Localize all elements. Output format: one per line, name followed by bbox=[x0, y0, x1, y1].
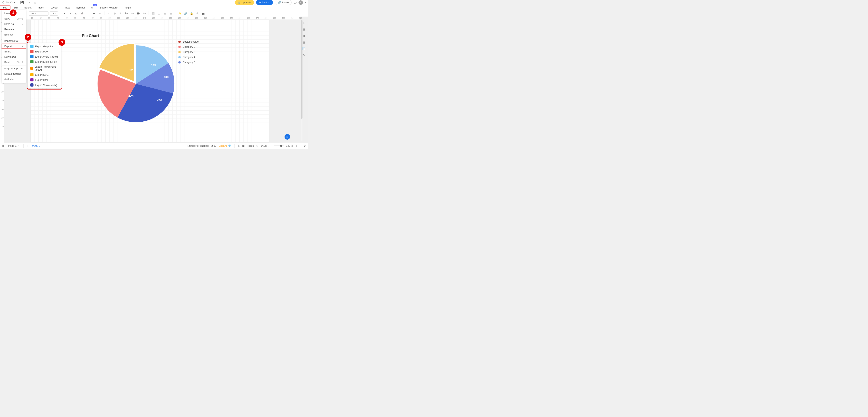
pie-chart[interactable]: Pie Chart 16% bbox=[82, 33, 231, 136]
export-menu-item[interactable]: Export SVG bbox=[28, 72, 61, 77]
file-menu-item[interactable]: Default Setting bbox=[2, 71, 26, 77]
text-vertical-button[interactable]: T bbox=[86, 11, 90, 16]
pages-icon[interactable]: ▦ bbox=[2, 144, 4, 147]
filetype-icon bbox=[30, 45, 33, 48]
zoom-slider[interactable]: − bbox=[271, 144, 284, 147]
share-icon: 🔗 bbox=[278, 1, 281, 4]
avatar-dropdown-icon[interactable]: ▾ bbox=[305, 1, 306, 4]
menu-search-feature[interactable]: Search Feature bbox=[97, 5, 121, 10]
doc-title: Pie Chart bbox=[6, 1, 17, 4]
export-menu-item[interactable]: Export PDF bbox=[28, 49, 61, 54]
link-button[interactable]: 🔗 bbox=[183, 11, 188, 16]
layers-icon[interactable]: ▦ bbox=[303, 28, 305, 31]
focus-icon[interactable]: ▣ bbox=[242, 144, 245, 147]
line-weight-button[interactable]: ☰▾ bbox=[136, 11, 141, 16]
file-menu-item[interactable]: Share bbox=[2, 49, 26, 54]
line-spacing-button[interactable]: ≡ bbox=[97, 11, 102, 16]
upgrade-button[interactable]: 🛒 Upgrade bbox=[235, 0, 254, 5]
effects-button[interactable]: ✨ bbox=[177, 11, 182, 16]
star-icon[interactable]: ☆ bbox=[34, 1, 36, 4]
history-icon[interactable]: ↻ bbox=[303, 54, 305, 57]
group-button[interactable]: ▣ bbox=[162, 11, 167, 16]
export-menu-item[interactable]: Export Graphics bbox=[28, 44, 61, 49]
settings-icon[interactable]: ⚙ bbox=[304, 144, 306, 147]
expand-button[interactable]: Expand 💎 bbox=[219, 144, 231, 147]
zoom-select[interactable]: 141% ▾ bbox=[260, 144, 269, 147]
export-menu-item[interactable]: Export Visio (.vsdx) bbox=[28, 82, 61, 88]
file-menu-item[interactable]: PrintCtrl+P bbox=[2, 60, 26, 65]
fit-icon[interactable]: ↕ bbox=[296, 144, 297, 147]
legend-row: Category 2 bbox=[178, 46, 198, 48]
file-menu-item[interactable]: Page SetupF6 bbox=[2, 66, 26, 71]
tools-button[interactable]: 🛠 bbox=[195, 11, 200, 16]
chevron-down-icon: ▾ bbox=[41, 12, 42, 14]
external-link-icon[interactable]: ↗ bbox=[28, 1, 30, 4]
shapes-icon[interactable]: ▨ bbox=[303, 34, 305, 37]
menu-ai[interactable]: AIhot bbox=[88, 5, 97, 10]
connector-button[interactable]: ↳▾ bbox=[124, 11, 129, 16]
share-button[interactable]: 🔗 Share bbox=[275, 0, 291, 5]
assistant-bot-icon[interactable]: ☺ bbox=[284, 134, 290, 140]
export-menu-item[interactable]: Export Excel (.xlsx) bbox=[28, 59, 61, 64]
layers-toggle-icon[interactable]: ◈ bbox=[238, 144, 240, 147]
export-menu-item[interactable]: Export PowerPoint (.pptx) bbox=[28, 64, 61, 72]
file-menu-item[interactable]: SaveCtrl+S bbox=[2, 16, 26, 21]
save-icon[interactable]: 💾 bbox=[20, 1, 24, 4]
menu-symbol[interactable]: Symbol bbox=[73, 5, 88, 10]
menu-file[interactable]: File bbox=[0, 5, 10, 10]
canvas-paper[interactable]: Pie Chart 16% bbox=[31, 20, 269, 142]
file-menu-item[interactable]: Rename bbox=[2, 27, 26, 32]
pen-button[interactable]: ✎ bbox=[118, 11, 123, 16]
fill-tool-icon[interactable]: ◇ bbox=[303, 21, 305, 24]
arrow-style-button[interactable]: ⇆▾ bbox=[142, 11, 147, 16]
callout-3: 3 bbox=[59, 39, 65, 46]
line-style-button[interactable]: ─▾ bbox=[130, 11, 135, 16]
image-button[interactable]: 🖼 bbox=[151, 11, 155, 16]
menu-item-label: Save As bbox=[4, 23, 14, 25]
italic-button[interactable]: I bbox=[68, 11, 73, 16]
file-menu-item[interactable]: Import Data bbox=[2, 38, 26, 43]
play-icon[interactable]: ▷ bbox=[256, 144, 258, 147]
menu-layout[interactable]: Layout bbox=[47, 5, 61, 10]
file-menu-item[interactable]: Export▶ bbox=[2, 43, 26, 49]
file-menu-item[interactable]: Encrypt bbox=[2, 32, 26, 37]
menu-select[interactable]: Select bbox=[21, 5, 34, 10]
send-icon: ✈ bbox=[259, 1, 261, 4]
font-select[interactable]: Arial▾ bbox=[29, 11, 49, 16]
menu-edit[interactable]: Edit bbox=[10, 5, 21, 10]
back-icon[interactable]: ❮ bbox=[2, 1, 4, 4]
help-icon[interactable]: ⓘ bbox=[293, 1, 297, 4]
filetype-icon bbox=[30, 50, 33, 53]
fill-button[interactable]: ⬢ bbox=[112, 11, 117, 16]
file-menu-item[interactable]: Add star bbox=[2, 77, 26, 82]
menu-plugin[interactable]: Plugin bbox=[121, 5, 134, 10]
size-select[interactable]: 12▾ bbox=[50, 11, 58, 16]
page-selector[interactable]: Page-1▾ bbox=[7, 144, 20, 148]
align-button[interactable]: ≡ bbox=[92, 11, 96, 16]
publish-button[interactable]: ✈ Publish bbox=[256, 0, 273, 5]
add-page-button[interactable]: + bbox=[27, 144, 29, 148]
text-tool-button[interactable]: T bbox=[106, 11, 111, 16]
legend-swatch bbox=[178, 56, 181, 58]
file-menu-item[interactable]: Save As▶ bbox=[2, 21, 26, 27]
crop-button[interactable]: ▢ bbox=[157, 11, 161, 16]
menu-insert[interactable]: Insert bbox=[35, 5, 48, 10]
underline-button[interactable]: U bbox=[74, 11, 79, 16]
table-button[interactable]: ▦ bbox=[201, 11, 206, 16]
document-icon[interactable]: 📄 bbox=[302, 47, 305, 50]
zoom-out-icon[interactable]: − bbox=[271, 144, 273, 147]
page-tab[interactable]: Page-1 bbox=[31, 143, 41, 148]
lock-button[interactable]: 🔒 bbox=[189, 11, 194, 16]
legend-swatch bbox=[178, 51, 181, 53]
export-menu-item[interactable]: Export Html bbox=[28, 77, 61, 82]
font-color-button[interactable]: A bbox=[80, 11, 85, 16]
align-shapes-button[interactable]: ▤ bbox=[168, 11, 173, 16]
ruler-tick: 30 bbox=[48, 17, 50, 19]
bold-button[interactable]: B bbox=[62, 11, 67, 16]
legend-row: Sector's value bbox=[178, 40, 198, 43]
presentation-icon[interactable]: ▥ bbox=[303, 41, 305, 44]
avatar[interactable]: S bbox=[299, 0, 303, 5]
export-menu-item[interactable]: Export Word (.docx) bbox=[28, 54, 61, 59]
menu-view[interactable]: View bbox=[61, 5, 73, 10]
file-menu-item[interactable]: Download bbox=[2, 54, 26, 60]
